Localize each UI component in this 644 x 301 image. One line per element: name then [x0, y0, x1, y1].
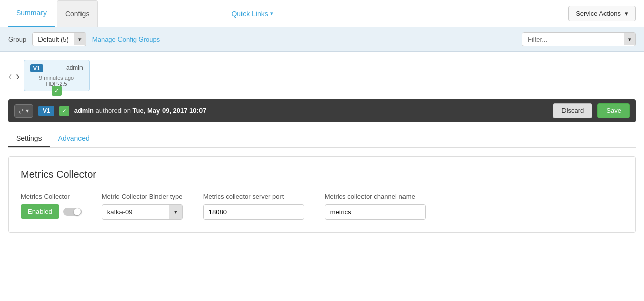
status-text: admin authored on Tue, May 09, 2017 10:0…	[74, 107, 207, 115]
next-version-arrow[interactable]: ›	[16, 70, 19, 83]
quick-links-arrow-icon: ▾	[270, 10, 273, 17]
group-select-value: Default (5)	[33, 33, 74, 46]
field-server-port: Metrics collector server port	[203, 193, 304, 220]
toggle-row: Enabled	[21, 204, 82, 219]
top-navigation: Summary Configs Quick Links ▾ Service Ac…	[0, 0, 644, 27]
version-checkmark-icon: ✓	[52, 86, 62, 96]
status-v1-badge: V1	[38, 106, 54, 116]
version-badge: V1	[30, 64, 43, 72]
status-author: admin	[74, 107, 94, 115]
shuffle-icon: ⇄	[19, 107, 24, 115]
version-user: admin	[66, 64, 83, 71]
filter-arrow-icon[interactable]: ▾	[624, 33, 635, 45]
field-binder-type: Metric Collector Binder type kafka-09 ▾	[102, 193, 183, 220]
toggle-track[interactable]	[63, 208, 82, 216]
tab-settings[interactable]: Settings	[8, 130, 50, 147]
shuffle-dropdown-arrow-icon: ▾	[26, 107, 29, 115]
group-select-arrow-icon[interactable]: ▾	[74, 33, 86, 45]
field-label-metrics-collector: Metrics Collector	[21, 193, 82, 200]
enabled-button[interactable]: Enabled	[21, 204, 59, 219]
field-label-server-port: Metrics collector server port	[203, 193, 304, 200]
fields-row: Metrics Collector Enabled Metric Collect…	[21, 193, 623, 220]
settings-tabs: Settings Advanced	[8, 130, 636, 148]
tab-summary[interactable]: Summary	[8, 0, 55, 27]
version-time: 9 minutes ago	[30, 74, 83, 81]
version-card[interactable]: V1 admin 9 minutes ago HDP-2.5 ✓	[24, 60, 90, 91]
service-actions-button[interactable]: Service Actions ▾	[568, 6, 636, 21]
field-channel-name: Metrics collector channel name	[325, 193, 426, 220]
filter-container: ▾	[522, 32, 636, 46]
group-select[interactable]: Default (5) ▾	[32, 32, 86, 46]
filter-input[interactable]	[522, 33, 624, 46]
binder-type-value: kafka-09	[102, 205, 169, 219]
field-label-binder-type: Metric Collector Binder type	[102, 193, 183, 200]
service-actions-arrow-icon: ▾	[625, 10, 628, 17]
tab-advanced[interactable]: Advanced	[50, 130, 98, 147]
group-label: Group	[8, 35, 26, 43]
channel-name-input[interactable]	[325, 204, 426, 220]
save-button[interactable]: Save	[597, 103, 630, 118]
quick-links-menu[interactable]: Quick Links ▾	[231, 10, 273, 18]
manage-config-groups-link[interactable]: Manage Config Groups	[92, 35, 160, 43]
tab-configs[interactable]: Configs	[57, 0, 98, 27]
binder-type-arrow-icon[interactable]: ▾	[169, 205, 182, 219]
content-card: Metrics Collector Metrics Collector Enab…	[8, 156, 636, 233]
prev-version-arrow[interactable]: ‹	[8, 70, 12, 83]
toggle-thumb	[74, 208, 81, 215]
field-metrics-collector: Metrics Collector Enabled	[21, 193, 82, 219]
shuffle-button[interactable]: ⇄ ▾	[14, 104, 33, 118]
config-bar: Group Default (5) ▾ Manage Config Groups…	[0, 27, 644, 52]
status-date: Tue, May 09, 2017 10:07	[133, 107, 207, 115]
version-area: ‹ › V1 admin 9 minutes ago HDP-2.5 ✓	[0, 52, 644, 91]
status-check-icon: ✓	[59, 106, 69, 116]
field-label-channel-name: Metrics collector channel name	[325, 193, 426, 200]
section-title: Metrics Collector	[21, 169, 623, 180]
discard-button[interactable]: Discard	[553, 103, 592, 118]
binder-type-select[interactable]: kafka-09 ▾	[102, 204, 183, 220]
status-bar: ⇄ ▾ V1 ✓ admin authored on Tue, May 09, …	[8, 99, 636, 122]
server-port-input[interactable]	[203, 204, 304, 220]
